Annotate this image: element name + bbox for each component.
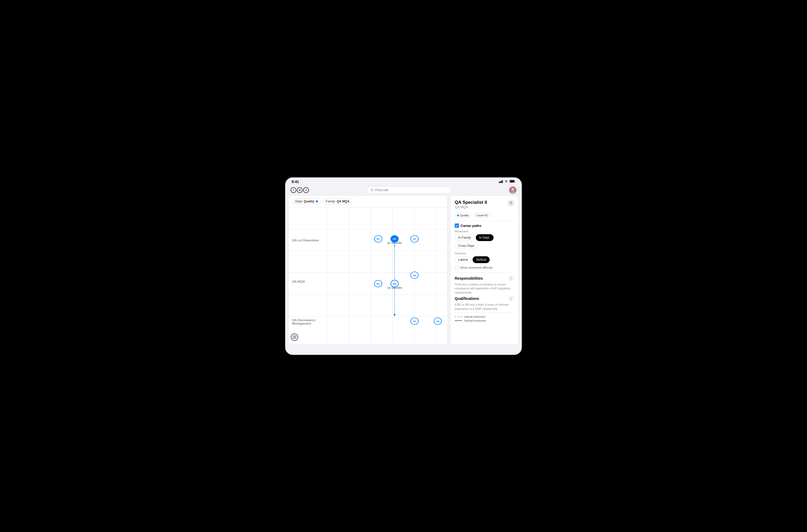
avatar [509, 186, 517, 194]
show-movement-label: Show movement difficulty [460, 266, 493, 269]
main-content: Dept: Quality Family: QA MQA [285, 195, 522, 348]
status-icons [499, 180, 515, 184]
org-grid-svg: QA Lot Disposition QA MQA QA Discrepancy… [289, 207, 447, 343]
nav-bar: C M S [285, 185, 522, 195]
responsibilities-section-row: Responsibilities › [455, 276, 514, 281]
svg-text:S3: S3 [436, 320, 439, 322]
career-paths-checkbox[interactable] [455, 224, 459, 228]
divider-1 [455, 221, 514, 221]
svg-rect-1 [510, 180, 514, 182]
show-movement-checkbox[interactable] [455, 266, 458, 269]
career-paths-checkbox-row[interactable]: Career paths [455, 224, 514, 228]
legend-lateral: Lateral movement [455, 316, 514, 318]
legend-vertical: Vertical movement [455, 319, 514, 322]
svg-marker-24 [394, 314, 396, 316]
battery-icon [510, 180, 515, 184]
svg-text:QA Specialist: QA Specialist [387, 242, 402, 244]
level-label: Level [476, 214, 483, 217]
dept-tag: Quality [455, 213, 471, 218]
search-icon [370, 188, 374, 192]
panel-header: QA Specialist II QA MQA ✕ [455, 200, 514, 212]
level-tag: Level N2 [474, 213, 490, 218]
dept-dot-icon [316, 201, 318, 203]
movement-cross-dept-btn[interactable]: Cross Dept. [455, 242, 478, 249]
svg-point-33 [374, 280, 382, 287]
svg-point-5 [511, 188, 514, 191]
svg-text:QA Lot Disposition: QA Lot Disposition [292, 239, 319, 242]
svg-point-42 [434, 318, 442, 325]
movement-label: Movement [455, 230, 514, 233]
wifi-icon [504, 180, 508, 184]
svg-line-3 [373, 191, 373, 191]
svg-text:Management: Management [292, 322, 311, 325]
dept-tag-dot-icon [457, 214, 459, 216]
lateral-line-icon [455, 317, 462, 317]
responsibilities-text: Performs a variety of activities to ensu… [455, 283, 514, 294]
svg-text:S2: S2 [413, 320, 416, 322]
family-filter[interactable]: Family: QA MQA [323, 198, 353, 205]
svg-point-25 [374, 235, 382, 242]
movement-button-group: In Family In Dept. Cross Dept. [455, 234, 514, 249]
status-bar: 9:41 [285, 177, 522, 185]
logo-m: M [297, 187, 303, 193]
svg-text:QA Specialist: QA Specialist [387, 286, 402, 289]
qualifications-arrow-btn[interactable]: › [508, 296, 514, 301]
svg-text:N1: N1 [377, 283, 380, 285]
svg-text:N2: N2 [393, 283, 396, 285]
device-frame: 9:41 C M S [285, 177, 522, 355]
direction-button-group: Lateral Vertical [455, 256, 514, 263]
svg-text:S2: S2 [413, 238, 416, 240]
add-node-button[interactable] [291, 334, 298, 341]
career-paths-label: Career paths [461, 224, 481, 228]
close-button[interactable]: ✕ [508, 200, 514, 206]
direction-lateral-btn[interactable]: Lateral [455, 256, 471, 263]
svg-point-40 [411, 318, 418, 325]
svg-point-38 [411, 272, 418, 279]
svg-text:QA MQA: QA MQA [292, 280, 305, 283]
direction-label: Direction [455, 252, 514, 255]
legend: Lateral movement Vertical movement [455, 312, 514, 322]
grid-area: Dept: Quality Family: QA MQA [288, 195, 448, 344]
movement-in-family-btn[interactable]: In Family [455, 234, 474, 241]
svg-point-27 [391, 235, 398, 242]
svg-rect-44 [391, 280, 398, 287]
dept-filter[interactable]: Dept: Quality [293, 198, 321, 205]
show-movement-row: Show movement difficulty [455, 266, 514, 269]
panel-subtitle: QA MQA [455, 205, 487, 209]
svg-text:QA Discrepancy: QA Discrepancy [292, 318, 316, 321]
svg-text:S2: S2 [413, 274, 416, 277]
movement-in-dept-btn[interactable]: In Dept. [476, 234, 494, 241]
search-input[interactable] [375, 188, 448, 192]
svg-point-31 [411, 235, 418, 242]
responsibilities-title: Responsibilities [455, 276, 483, 281]
legend-lateral-label: Lateral movement [464, 316, 485, 318]
qualifications-title: Qualifications [455, 297, 479, 301]
logo-s: S [303, 187, 309, 193]
logo-group: C M S [290, 187, 309, 193]
vertical-line-icon [455, 320, 462, 321]
svg-text:II: II [394, 244, 395, 247]
divider-2 [455, 272, 514, 273]
svg-point-35 [391, 280, 398, 287]
tag-row: Quality Level N2 [455, 213, 514, 218]
search-bar[interactable] [367, 186, 451, 193]
status-time: 9:41 [292, 179, 299, 184]
org-grid: QA Lot Disposition QA MQA QA Discrepancy… [289, 207, 447, 343]
direction-vertical-btn[interactable]: Vertical [473, 256, 490, 263]
dept-tag-label: Quality [460, 214, 469, 217]
legend-vertical-label: Vertical movement [464, 319, 486, 322]
panel-title: QA Specialist II [455, 200, 487, 205]
family-filter-label: Family: QA MQA [326, 200, 350, 203]
responsibilities-arrow-btn[interactable]: › [508, 276, 514, 281]
qualifications-text: A BS or BA and a least 4 years of releva… [455, 303, 514, 311]
signal-bars-icon [499, 180, 503, 183]
svg-text:N1: N1 [377, 238, 380, 240]
svg-point-2 [371, 189, 373, 191]
level-value: N2 [484, 214, 488, 217]
detail-panel: QA Specialist II QA MQA ✕ Quality Level … [450, 195, 519, 344]
logo-c: C [290, 187, 296, 193]
dept-filter-label: Dept: Quality [295, 200, 315, 203]
svg-text:N2: N2 [393, 238, 396, 240]
filter-bar: Dept: Quality Family: QA MQA [289, 196, 447, 207]
qualifications-section-row: Qualifications › [455, 296, 514, 301]
